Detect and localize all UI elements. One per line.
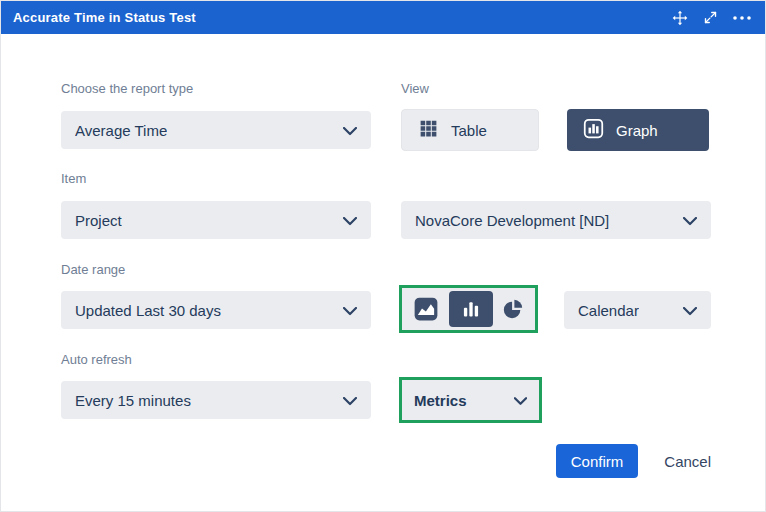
dialog-title: Accurate Time in Status Test	[13, 10, 196, 25]
metrics-highlight-box: Metrics	[399, 377, 542, 423]
report-type-dropdown[interactable]: Average Time	[61, 111, 371, 149]
item-value: Project	[75, 212, 122, 229]
chart-type-group	[402, 288, 535, 330]
expand-icon[interactable]	[703, 10, 718, 25]
view-graph-button[interactable]: Graph	[567, 109, 709, 151]
gadget-dialog: Accurate Time in Status Test C	[0, 0, 766, 512]
chart-type-highlight-box	[399, 285, 538, 333]
report-type-value: Average Time	[75, 122, 167, 139]
more-options-icon[interactable]	[733, 16, 751, 20]
project-value: NovaCore Development [ND]	[415, 212, 609, 229]
view-graph-label: Graph	[616, 122, 658, 139]
dialog-header: Accurate Time in Status Test	[1, 1, 765, 34]
chevron-down-icon	[514, 392, 527, 409]
date-range-label: Date range	[61, 262, 125, 277]
bar-chart-icon[interactable]	[449, 291, 493, 327]
area-chart-icon[interactable]	[413, 296, 439, 322]
view-table-label: Table	[451, 122, 487, 139]
chevron-down-icon	[343, 212, 357, 229]
chevron-down-icon	[683, 302, 697, 319]
item-dropdown[interactable]: Project	[61, 201, 371, 239]
view-label: View	[401, 81, 429, 96]
chevron-down-icon	[343, 302, 357, 319]
confirm-button[interactable]: Confirm	[556, 444, 639, 478]
dialog-footer: Confirm Cancel	[401, 444, 711, 478]
calendar-dropdown[interactable]: Calendar	[564, 291, 711, 329]
chevron-down-icon	[343, 122, 357, 139]
project-dropdown[interactable]: NovaCore Development [ND]	[401, 201, 711, 239]
calendar-value: Calendar	[578, 302, 639, 319]
auto-refresh-value: Every 15 minutes	[75, 392, 191, 409]
pie-chart-icon[interactable]	[502, 298, 524, 320]
auto-refresh-label: Auto refresh	[61, 352, 132, 367]
auto-refresh-dropdown[interactable]: Every 15 minutes	[61, 381, 371, 419]
metrics-value: Metrics	[414, 392, 467, 409]
cancel-button[interactable]: Cancel	[664, 453, 711, 470]
item-label: Item	[61, 171, 86, 186]
chevron-down-icon	[683, 212, 697, 229]
header-icons	[672, 10, 751, 26]
move-icon[interactable]	[672, 10, 688, 26]
graph-icon	[583, 118, 604, 142]
date-range-value: Updated Last 30 days	[75, 302, 221, 319]
view-table-button[interactable]: Table	[401, 109, 539, 151]
date-range-dropdown[interactable]: Updated Last 30 days	[61, 291, 371, 329]
report-type-label: Choose the report type	[61, 81, 193, 96]
metrics-dropdown[interactable]: Metrics	[402, 380, 539, 420]
table-icon	[418, 118, 439, 142]
chevron-down-icon	[343, 392, 357, 409]
